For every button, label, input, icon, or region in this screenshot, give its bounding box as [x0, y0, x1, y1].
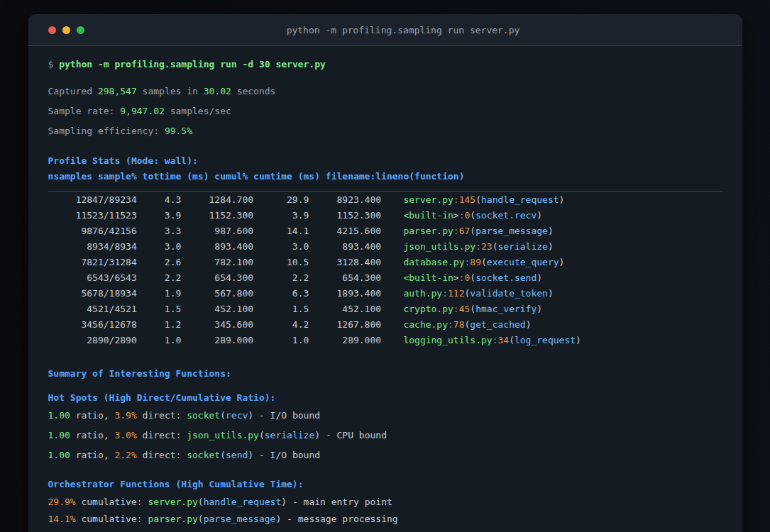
- function-name: execute_query: [487, 257, 559, 267]
- file-name: <built-in: [403, 210, 453, 221]
- cumulative-percent: 14.1%: [48, 514, 76, 524]
- minimize-button[interactable]: [62, 26, 70, 34]
- paren: ): [537, 210, 542, 221]
- paren: (: [470, 226, 475, 236]
- ratio-value: 1.00: [48, 410, 70, 421]
- text-segment: samples in: [137, 86, 204, 96]
- row-metrics: 4521/4521 1.5 452.100 1.5 452.100: [48, 304, 404, 314]
- note-text: - I/O bound: [253, 410, 320, 421]
- profile-row: 6543/6543 2.2 654.300 2.2 654.300 <built…: [48, 270, 722, 286]
- row-metrics: 11523/11523 3.9 1152.300 3.9 1152.300: [48, 210, 404, 221]
- hot-spot-item: 1.00 ratio, 3.0% direct: json_utils.py(s…: [48, 428, 722, 443]
- profile-stats-heading: Profile Stats (Mode: wall):: [48, 154, 722, 168]
- ratio-value: 1.00: [48, 450, 70, 460]
- text-segment: ratio,: [70, 450, 115, 460]
- paren: ): [526, 319, 532, 330]
- file-name: json_utils.py: [403, 241, 475, 252]
- file-name: <built-in: [403, 272, 453, 283]
- profile-row: 2890/2890 1.0 289.000 1.0 289.000 loggin…: [48, 333, 722, 348]
- paren: ): [248, 410, 253, 421]
- close-button[interactable]: [48, 26, 56, 34]
- maximize-button[interactable]: [77, 26, 84, 34]
- profile-row: 12847/89234 4.3 1284.700 29.9 8923.400 s…: [48, 192, 722, 208]
- text-segment: direct:: [137, 430, 187, 440]
- profile-row: 4521/4521 1.5 452.100 1.5 452.100 crypto…: [48, 301, 722, 317]
- command-line: $ python -m profiling.sampling run -d 30…: [48, 57, 722, 72]
- paren: ): [548, 288, 554, 299]
- paren: ): [548, 226, 554, 236]
- note-text: - message processing: [281, 514, 397, 524]
- line-number: 89: [470, 257, 481, 267]
- summary-heading: Summary of Interesting Functions:: [48, 367, 722, 381]
- paren: ): [559, 257, 565, 267]
- terminal-window: python -m profiling.sampling run server.…: [28, 14, 742, 532]
- capture-stats: Captured 298,547 samples in 30.02 second…: [48, 84, 722, 138]
- prompt-space: [53, 59, 59, 70]
- profile-row: 3456/12678 1.2 345.600 4.2 1267.800 cach…: [48, 317, 722, 333]
- note-text: - I/O bound: [253, 450, 320, 460]
- text-segment: seconds: [231, 86, 276, 96]
- function-name: socket.recv: [475, 210, 537, 221]
- function-name: serialize: [497, 241, 547, 252]
- titlebar[interactable]: python -m profiling.sampling run server.…: [28, 14, 742, 46]
- paren: (: [198, 514, 204, 524]
- text-segment: Captured: [48, 86, 98, 96]
- separator: :: [459, 272, 465, 283]
- table-divider: [48, 191, 722, 192]
- paren: (: [509, 335, 515, 345]
- file-name: >: [453, 210, 459, 221]
- function-name: send: [226, 450, 248, 460]
- text-segment: samples/sec: [165, 106, 231, 116]
- paren: ): [576, 335, 581, 345]
- module-name: server.py: [148, 497, 197, 507]
- paren: ): [537, 272, 542, 283]
- file-name: database.py: [403, 257, 464, 267]
- file-name: logging_utils.py: [403, 335, 492, 345]
- file-name: server.py: [403, 194, 453, 205]
- direct-percent: 3.0%: [114, 430, 136, 440]
- text-segment: 30.02: [204, 86, 231, 96]
- paren: (: [220, 410, 226, 421]
- paren: (: [470, 272, 475, 283]
- separator: :: [475, 241, 481, 252]
- hot-spot-item: 1.00 ratio, 3.9% direct: socket(recv) - …: [48, 409, 722, 423]
- module-name: json_utils.py: [187, 430, 259, 440]
- hot-spot-item: 1.00 ratio, 2.2% direct: socket(send) - …: [48, 448, 722, 462]
- profile-table: 12847/89234 4.3 1284.700 29.9 8923.400 s…: [48, 192, 722, 348]
- table-columns-header: nsamples sample% tottime (ms) cumul% cum…: [48, 170, 722, 184]
- text-segment: 99.5%: [165, 126, 192, 136]
- text-segment: Sample rate:: [48, 106, 121, 116]
- row-metrics: 5678/18934 1.9 567.800 6.3 1893.400: [48, 288, 404, 299]
- function-name: socket.send: [475, 272, 537, 283]
- module-name: parser.py: [148, 514, 197, 524]
- orchestrator-item: 29.9% cumulative: server.py(handle_reque…: [48, 495, 722, 509]
- orchestrators-list: 29.9% cumulative: server.py(handle_reque…: [48, 495, 722, 526]
- line-number: 112: [448, 288, 464, 299]
- capture-stat-line: Sampling efficiency: 99.5%: [48, 124, 722, 138]
- function-name: validate_token: [470, 288, 548, 299]
- orchestrators-heading: Orchestrator Functions (High Cumulative …: [48, 477, 722, 492]
- capture-stat-line: Sample rate: 9,947.02 samples/sec: [48, 104, 722, 118]
- command-text: python -m profiling.sampling run -d 30 s…: [59, 59, 326, 70]
- row-metrics: 9876/42156 3.3 987.600 14.1 4215.600: [48, 226, 404, 236]
- profile-row: 5678/18934 1.9 567.800 6.3 1893.400 auth…: [48, 286, 722, 301]
- paren: ): [559, 194, 565, 205]
- file-name: >: [453, 272, 459, 283]
- text-segment: Sampling efficiency:: [48, 126, 165, 136]
- separator: :: [453, 226, 459, 236]
- function-name: recv: [226, 410, 248, 421]
- paren: (: [220, 450, 226, 460]
- hot-spots-list: 1.00 ratio, 3.9% direct: socket(recv) - …: [48, 409, 722, 462]
- function-name: get_cached: [470, 319, 525, 330]
- row-metrics: 7821/31284 2.6 782.100 10.5 3128.400: [48, 257, 404, 267]
- line-number: 45: [459, 304, 471, 314]
- file-name: crypto.py: [403, 304, 453, 314]
- paren: ): [537, 304, 542, 314]
- function-name: handle_request: [481, 194, 559, 205]
- function-name: serialize: [265, 430, 314, 440]
- module-name: socket: [187, 450, 220, 460]
- row-metrics: 6543/6543 2.2 654.300 2.2 654.300: [48, 272, 404, 283]
- text-segment: cumulative:: [76, 514, 148, 524]
- separator: :: [453, 304, 459, 314]
- file-name: parser.py: [403, 226, 453, 236]
